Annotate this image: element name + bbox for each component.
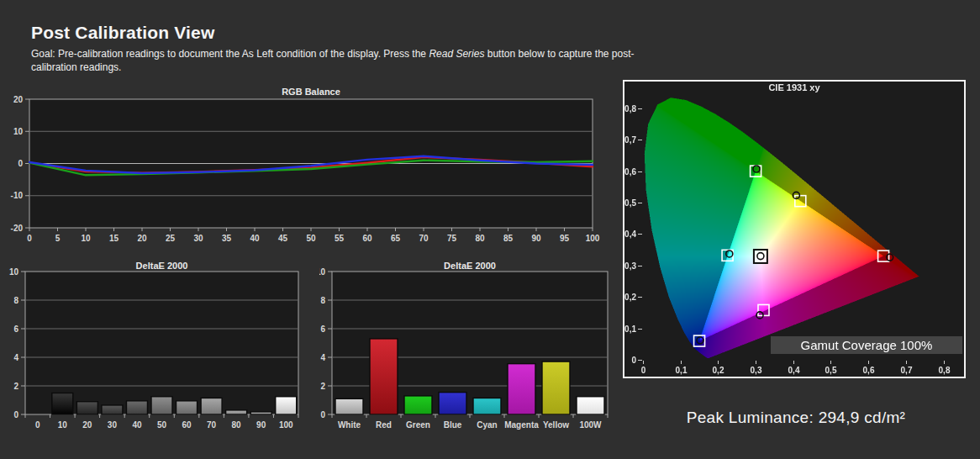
tick-label: 8 bbox=[320, 296, 325, 305]
tick-label: 20 bbox=[82, 420, 92, 430]
tick-label: 10 bbox=[319, 267, 325, 277]
tick-label: 60 bbox=[362, 234, 372, 243]
bar-30 bbox=[102, 405, 123, 414]
gamut-coverage-badge: Gamut Coverage 100% bbox=[771, 336, 962, 354]
bar-white bbox=[335, 398, 363, 414]
deltae-grayscale-chart: DeltaE 2000 1086420010203040506070809010… bbox=[0, 257, 308, 434]
tick-label: Yellow bbox=[543, 420, 569, 430]
tick-label: 0 bbox=[35, 420, 40, 430]
bar-cyan bbox=[473, 398, 501, 414]
bar-red bbox=[370, 339, 398, 414]
tick-label: Blue bbox=[444, 420, 462, 430]
bar-10 bbox=[52, 393, 73, 415]
tick-label: 40 bbox=[250, 234, 260, 243]
peak-luminance: Peak Luminance: 294,9 cd/m² bbox=[623, 409, 969, 427]
tick-label: 100 bbox=[279, 420, 293, 430]
bar-yellow bbox=[542, 361, 570, 414]
tick-label: Magenta bbox=[504, 420, 539, 430]
chart-title: CIE 1931 xy bbox=[624, 82, 964, 92]
bar-blue bbox=[439, 393, 466, 414]
tick-label: White bbox=[338, 420, 361, 430]
tick-label: 4 bbox=[13, 353, 18, 362]
tick-label: 95 bbox=[560, 234, 570, 243]
tick-label: Cyan bbox=[477, 420, 497, 430]
deltae-colors-plot: 1086420WhiteRedGreenBlueCyanMagentaYello… bbox=[319, 257, 622, 437]
tick-label: 40 bbox=[132, 420, 142, 430]
deltae-grayscale-plot: 10864200102030405060708090100 bbox=[0, 257, 308, 434]
deltae-colors-chart: DeltaE 2000 1086420WhiteRedGreenBlueCyan… bbox=[319, 257, 622, 437]
bar-40 bbox=[126, 401, 147, 414]
tick-label: 10 bbox=[81, 234, 91, 243]
tick-label: 80 bbox=[475, 234, 485, 243]
tick-label: 10 bbox=[9, 267, 19, 277]
tick-label: 30 bbox=[108, 420, 118, 430]
bar-80 bbox=[226, 410, 247, 414]
bar-100 bbox=[276, 397, 297, 414]
tick-label: 90 bbox=[256, 420, 266, 430]
tick-label: 30 bbox=[193, 234, 203, 243]
bar-70 bbox=[201, 398, 222, 414]
tick-label: 75 bbox=[447, 234, 457, 243]
bar-50 bbox=[151, 397, 172, 414]
bar-100w bbox=[577, 397, 604, 414]
tick-label: 0 bbox=[27, 234, 32, 243]
rgb-balance-plot: 20100-10-2005101520253035404550556065707… bbox=[0, 87, 609, 248]
tick-label: 90 bbox=[531, 234, 541, 243]
tick-label: 0 bbox=[320, 410, 325, 419]
bar-magenta bbox=[508, 364, 535, 414]
tick-label: 5 bbox=[55, 234, 61, 243]
tick-label: 10 bbox=[13, 127, 24, 136]
bar-90 bbox=[250, 412, 271, 414]
tick-label: 6 bbox=[13, 324, 18, 334]
tick-label: -10 bbox=[11, 191, 24, 200]
tick-label: 70 bbox=[419, 234, 429, 243]
goal-italic: Read Series bbox=[429, 48, 484, 60]
tick-label: 35 bbox=[222, 234, 232, 243]
tick-label: 2 bbox=[13, 382, 18, 391]
tick-label: 85 bbox=[503, 234, 514, 243]
tick-label: 10 bbox=[58, 420, 68, 430]
tick-label: 6 bbox=[320, 324, 325, 334]
tick-label: 80 bbox=[232, 420, 242, 430]
page-title: Post Calibration View bbox=[31, 23, 215, 43]
tick-label: 25 bbox=[166, 234, 176, 243]
goal-text: Goal: Pre-calibration readings to docume… bbox=[31, 47, 638, 74]
tick-label: 50 bbox=[306, 234, 316, 243]
tick-label: 20 bbox=[13, 95, 24, 104]
cie-1931-panel: CIE 1931 xy Gamut Coverage 100% bbox=[623, 80, 966, 378]
tick-label: 2 bbox=[320, 382, 325, 391]
tick-label: 55 bbox=[335, 234, 345, 243]
post-calibration-view: Post Calibration View Goal: Pre-calibrat… bbox=[0, 0, 980, 459]
tick-label: 100 bbox=[586, 234, 600, 243]
tick-label: 20 bbox=[137, 234, 147, 243]
rgb-balance-chart: RGB Balance 20100-10-2005101520253035404… bbox=[0, 87, 609, 248]
tick-label: 0 bbox=[18, 159, 23, 168]
tick-label: -20 bbox=[11, 224, 24, 233]
tick-label: Green bbox=[406, 420, 430, 430]
tick-label: 65 bbox=[391, 234, 401, 243]
goal-prefix: Goal: Pre-calibration readings to docume… bbox=[31, 48, 429, 60]
bar-20 bbox=[76, 402, 97, 414]
tick-label: 70 bbox=[207, 420, 217, 430]
tick-label: 4 bbox=[320, 353, 325, 362]
tick-label: 60 bbox=[182, 420, 192, 430]
tick-label: 100W bbox=[579, 420, 602, 430]
bar-green bbox=[404, 396, 432, 414]
tick-label: 50 bbox=[157, 420, 167, 430]
tick-label: Red bbox=[376, 420, 392, 430]
tick-label: 45 bbox=[278, 234, 288, 243]
cie-1931-canvas bbox=[624, 82, 964, 377]
tick-label: 15 bbox=[109, 234, 119, 243]
tick-label: 8 bbox=[13, 296, 18, 305]
tick-label: 0 bbox=[13, 410, 18, 419]
bar-60 bbox=[177, 401, 198, 414]
